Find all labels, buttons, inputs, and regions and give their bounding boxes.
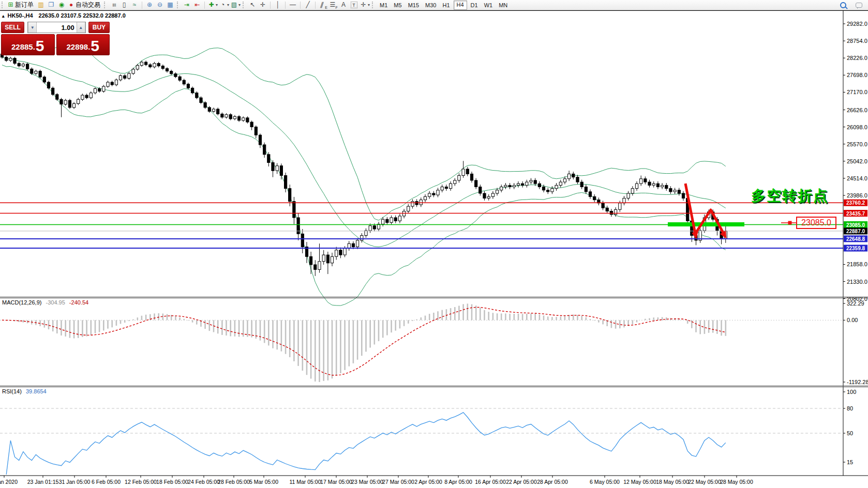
svg-text:28754.0: 28754.0 [847, 38, 867, 44]
svg-text:23435.7: 23435.7 [846, 211, 865, 217]
volume-stepper: ▼ ▲ [27, 22, 86, 33]
market-watch-button[interactable]: ▥ [36, 1, 46, 9]
svg-text:6 Feb 05:00: 6 Feb 05:00 [92, 479, 121, 485]
fibo-suffix: F [335, 6, 337, 9]
toolbar-separator [204, 2, 205, 9]
trendline-button[interactable]: ╱ [303, 1, 313, 9]
svg-text:22648.8: 22648.8 [846, 236, 865, 242]
shapes-icon: ✛ [360, 1, 367, 9]
vertical-line-icon: │ [274, 1, 282, 9]
line-chart-button[interactable]: ≈ [129, 1, 140, 9]
channel-button[interactable]: ∥E [318, 1, 328, 9]
tf-m15-button[interactable]: M15 [406, 1, 422, 9]
svg-text:18 Feb 05:00: 18 Feb 05:00 [156, 479, 188, 485]
autotrading-icon: ● [67, 1, 75, 9]
tf-m30-button[interactable]: M30 [423, 1, 439, 9]
svg-text:15: 15 [847, 459, 853, 465]
chart-marker-icon: ▴ [2, 13, 5, 19]
periods-button[interactable]: ◔▾ [218, 1, 230, 9]
horizontal-line-icon: — [289, 1, 297, 9]
macd-signal-value: -240.54 [69, 299, 88, 306]
svg-text:24514.0: 24514.0 [847, 175, 867, 181]
auto-scroll-icon: ⇥ [183, 1, 191, 9]
svg-text:0.00: 0.00 [847, 317, 858, 323]
cursor-icon: ↖ [249, 1, 257, 9]
volume-decrease-button[interactable]: ▼ [28, 22, 37, 33]
tf-h1-button[interactable]: H1 [440, 1, 452, 9]
symbol-name: HK50-,H4 [8, 12, 33, 19]
toolbar-separator [285, 2, 286, 9]
search-button[interactable] [838, 1, 848, 9]
new-order-button[interactable]: ⊞ 新订单 [6, 1, 36, 9]
symbol-ohlc: 22635.0 23107.5 22532.0 22887.0 [39, 12, 126, 19]
svg-text:5 Mar 05:00: 5 Mar 05:00 [249, 479, 278, 485]
autotrading-button[interactable]: ● 自动交易 [67, 1, 102, 9]
tf-w1-button[interactable]: W1 [482, 1, 496, 9]
fibonacci-button[interactable]: ☰F [328, 1, 338, 9]
sell-button[interactable]: SELL [1, 22, 24, 33]
svg-text:12 Feb 05:00: 12 Feb 05:00 [125, 479, 157, 485]
chart-shift-button[interactable]: ⇤ [192, 1, 202, 9]
tf-m5-button[interactable]: M5 [391, 1, 404, 9]
svg-text:23 Mar 05:00: 23 Mar 05:00 [351, 479, 383, 485]
chat-button[interactable] [854, 1, 864, 9]
toolbar-grip [243, 2, 245, 8]
svg-text:50: 50 [847, 430, 853, 436]
tf-m1-button[interactable]: M1 [377, 1, 390, 9]
bar-chart-button[interactable]: ≡ [109, 1, 119, 9]
cursor-button[interactable]: ↖ [247, 1, 258, 9]
shapes-button[interactable]: ✛▾ [359, 1, 370, 9]
svg-text:23986.0: 23986.0 [847, 192, 867, 199]
tf-mn-button[interactable]: MN [496, 1, 510, 9]
trendline-icon: ╱ [304, 1, 312, 9]
bar-chart-icon: ≡ [110, 1, 118, 9]
sell-price-button[interactable]: 22885. 5 [1, 34, 55, 55]
toolbar-separator [315, 2, 316, 9]
new-order-label: 新订单 [15, 1, 34, 9]
text-label-button[interactable]: T [349, 1, 359, 9]
vertical-line-button[interactable]: │ [273, 1, 283, 9]
charts-window-icon: ❐ [48, 1, 55, 9]
zoom-in-button[interactable]: ⊕ [144, 1, 155, 9]
toolbar-separator [142, 2, 142, 9]
svg-text:21858.0: 21858.0 [847, 261, 867, 267]
svg-text:28 May 05:00: 28 May 05:00 [720, 479, 753, 485]
tile-windows-button[interactable]: ▦ [165, 1, 175, 9]
svg-text:100: 100 [847, 389, 856, 395]
horizontal-line-button[interactable]: — [288, 1, 298, 9]
price-callout-box[interactable]: 23085.0 [796, 217, 836, 229]
buy-price-button[interactable]: 22898. 5 [56, 34, 110, 55]
templates-button[interactable]: ▧▾ [230, 1, 241, 9]
svg-text:22 Apr 05:00: 22 Apr 05:00 [506, 479, 537, 485]
chart-annotation-text[interactable]: 多空转折点 [751, 186, 829, 206]
search-icon [840, 2, 846, 8]
tf-h4-button[interactable]: H4 [454, 1, 467, 10]
alerts-button[interactable]: ◉ [56, 1, 67, 9]
candlestick-chart-icon: ▯ [121, 1, 128, 9]
candlestick-chart-button[interactable]: ▯ [119, 1, 129, 9]
charts-window-button[interactable]: ❐ [46, 1, 56, 9]
svg-text:18 May 05:00: 18 May 05:00 [656, 479, 689, 485]
chart-canvas[interactable]: 29282.028754.028226.027698.027170.026626… [0, 0, 868, 488]
toolbar-grip [372, 2, 375, 8]
text-icon: A [340, 1, 348, 9]
text-button[interactable]: A [338, 1, 349, 9]
auto-scroll-button[interactable]: ⇥ [182, 1, 192, 9]
svg-text:26626.0: 26626.0 [847, 107, 867, 113]
zoom-out-button[interactable]: ⊖ [155, 1, 165, 9]
one-click-trading-panel: SELL ▼ ▲ BUY 22885. 5 22898. 5 [1, 22, 110, 55]
toolbar-separator [270, 2, 271, 9]
svg-text:2 Apr 05:00: 2 Apr 05:00 [414, 479, 442, 485]
svg-text:29282.0: 29282.0 [847, 21, 867, 27]
volume-increase-button[interactable]: ▲ [77, 22, 85, 33]
buy-price-main: 22898. [66, 40, 90, 54]
tf-d1-button[interactable]: D1 [468, 1, 481, 9]
svg-text:25042.0: 25042.0 [847, 158, 867, 164]
buy-button[interactable]: BUY [88, 22, 110, 33]
crosshair-button[interactable]: ✛ [258, 1, 268, 9]
main-toolbar: ⊞ 新订单 ▥ ❐ ◉ ● 自动交易 ≡ ▯ ≈ ⊕ ⊖ ▦ ⇥ ⇤ ✚▾ ◔▾… [0, 0, 868, 10]
market-watch-icon: ▥ [37, 1, 45, 9]
indicators-button[interactable]: ✚▾ [207, 1, 218, 9]
toolbar-grip [104, 2, 107, 8]
volume-input[interactable] [37, 22, 77, 33]
